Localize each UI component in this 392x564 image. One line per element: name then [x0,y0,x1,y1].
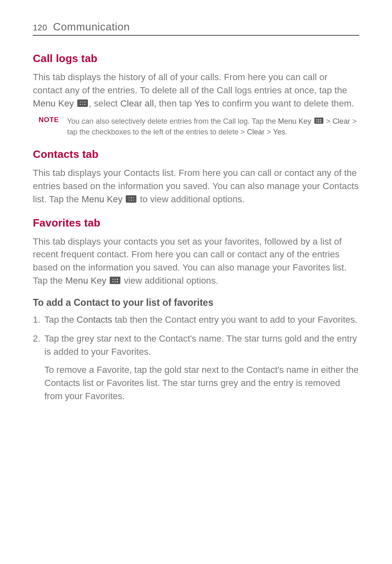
menu-key-label: Menu Key [278,117,311,125]
yes-label: Yes [194,98,209,109]
text-segment: view additional options. [121,275,218,286]
text-segment: , select [89,98,120,109]
list-item: Tap the Contacts tab then the Contact en… [33,313,359,326]
note-text: You can also selectively delete entries … [67,116,359,137]
text-segment: You can also selectively delete entries … [67,117,278,125]
sub-heading-add-favorite: To add a Contact to your list of favorit… [33,297,359,308]
text-segment: > [265,128,273,136]
text-segment: . [285,128,287,136]
contacts-paragraph: This tab displays your Contacts list. Fr… [33,166,359,206]
menu-key-label: Menu Key [33,98,74,109]
note-label: NOTE [39,116,59,137]
text-segment: , then tap [154,98,194,109]
text-segment: Tap the grey star next to the Contact's … [44,333,357,357]
heading-call-logs: Call logs tab [33,52,359,65]
clear-label: Clear [332,117,350,125]
favorites-steps-list: Tap the Contacts tab then the Contact en… [33,313,359,402]
menu-key-icon [110,277,120,284]
page-number: 120 [33,23,47,32]
favorites-paragraph: This tab displays your contacts you set … [33,235,359,288]
text-segment: > [324,117,333,125]
clear-label: Clear [247,128,265,136]
yes-label: Yes [273,128,285,136]
text-segment: This tab displays the history of all of … [33,72,347,95]
heading-contacts: Contacts tab [33,148,359,161]
text-segment: tab then the Contact entry you want to a… [112,314,357,325]
menu-key-icon [126,195,136,203]
menu-key-label: Menu Key [65,275,106,286]
text-segment: to confirm you want to delete them. [210,98,354,109]
follow-paragraph: To remove a Favorite, tap the gold star … [44,363,359,403]
header-title: Communication [53,21,130,33]
call-logs-paragraph: This tab displays the history of all of … [33,71,359,110]
list-item: Tap the grey star next to the Contact's … [33,332,359,402]
clear-all-label: Clear all [120,98,154,109]
menu-key-label: Menu Key [81,194,122,204]
menu-key-icon [77,99,88,107]
contacts-label: Contacts [76,314,112,325]
menu-key-icon [314,118,323,124]
page: 120 Communication Call logs tab This tab… [0,0,392,441]
text-segment: to view additional options. [137,194,244,204]
text-segment: Tap the [44,314,76,325]
page-header: 120 Communication [33,21,359,36]
note-block: NOTE You can also selectively delete ent… [39,116,359,137]
heading-favorites: Favorites tab [33,217,359,229]
